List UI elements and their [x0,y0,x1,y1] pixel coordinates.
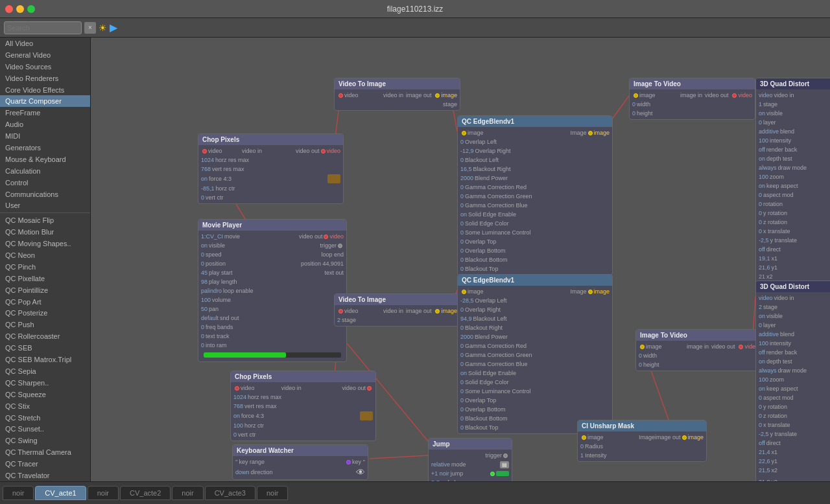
node-video-to-image-1[interactable]: Video To Image video video in image out … [334,78,460,111]
node-row: onkeep aspect [756,384,830,393]
sidebar-item-qc-pixellate[interactable]: QC Pixellate [0,273,90,284]
node-row: additiveblend [756,127,830,136]
sidebar-item-qc-travelator[interactable]: QC Travelator [0,470,90,481]
node-3d-quad-distort-2[interactable]: 3D Quad Distort videovideo in 2stage onv… [755,281,830,481]
port-image-in[interactable] [640,345,645,349]
port-trigger[interactable] [338,244,342,248]
sidebar-item-qc-sepia[interactable]: QC Sepia [0,365,90,377]
port-video-in[interactable] [202,149,207,154]
port-image-out[interactable] [435,309,440,314]
node-qc-edge-blend-1[interactable]: QC EdgeBlendv1 image Image image 0Overla… [457,115,613,275]
sidebar-item-generators[interactable]: Generators [0,142,90,154]
port-video-in[interactable] [235,386,239,391]
sidebar-item-control[interactable]: Control [0,177,90,189]
port-image[interactable] [462,290,466,294]
sidebar-item-video-renderers[interactable]: Video Renderers [0,73,90,84]
sidebar-item-qc-seb[interactable]: QC SEB [0,342,90,354]
sidebar-item-qc-tracer[interactable]: QC Tracer [0,458,90,470]
sidebar-item-qc-swing[interactable]: QC Swing [0,435,90,446]
port-video-out[interactable] [732,93,737,98]
sidebar-item-qc-posterize[interactable]: QC Posterize [0,307,90,319]
sidebar-item-video-sources[interactable]: Video Sources [0,61,90,73]
node-movie-player[interactable]: Movie Player 1:CV_CI movie video out vid… [198,219,347,362]
node-image-to-video-2[interactable]: Image To Video image image in video out … [635,329,762,371]
sidebar-item-all-video[interactable]: All Video [0,38,90,49]
port-image[interactable] [462,131,466,135]
node-row: 0freq bands [198,323,346,332]
port-image-out[interactable] [682,435,687,440]
sidebar-item-mouse-keyboard[interactable]: Mouse & Keyboard [0,154,90,165]
sidebar-item-calculation[interactable]: Calculation [0,165,90,177]
sidebar-item-core-video-effects[interactable]: Core Video Effects [0,84,90,96]
node-header: Video To Image [335,294,460,305]
tab-cv-acte1[interactable]: CV_acte1 [35,486,86,500]
sidebar-item-qc-seb-matrox[interactable]: QC SEB Matrox.Tripl [0,354,90,365]
sidebar-item-freeframe[interactable]: FreeFrame [0,107,90,119]
sidebar-item-qc-motion-blur[interactable]: QC Motion Blur [0,226,90,238]
tab-noir-1[interactable]: noir [3,486,34,500]
play-icon[interactable]: ▶ [110,21,117,34]
sidebar-item-qc-moving-shapes[interactable]: QC Moving Shapes.. [0,238,90,249]
node-qc-edge-blend-2[interactable]: QC EdgeBlendv1 image Image image -28,5Ov… [457,274,613,434]
port-trigger[interactable] [503,453,508,458]
sidebar-item-qc-rollercoaster[interactable]: QC Rollercoaster [0,330,90,342]
search-input[interactable] [4,21,82,34]
sidebar-item-qc-push[interactable]: QC Push [0,319,90,330]
sidebar-item-qc-stix[interactable]: QC Stix [0,400,90,412]
node-row: 0x translate [756,227,830,236]
node-row: 0Gamma Correction Blue [458,201,612,210]
tab-noir-3[interactable]: noir [172,486,203,500]
minimize-button[interactable] [16,5,24,13]
port-key[interactable] [346,460,351,464]
tab-cv-acte3[interactable]: CV_acte3 [205,486,255,500]
port-video-out[interactable] [324,235,328,239]
port-jump[interactable] [490,472,495,476]
node-canvas[interactable]: Video To Image video video in image out … [91,38,830,481]
port-video-in[interactable] [338,93,343,98]
sidebar-item-user[interactable]: User [0,200,90,211]
port-video-in[interactable] [338,309,343,314]
sidebar-item-quartz-composer[interactable]: Quartz Composer [0,95,90,107]
node-ci-unsharp-mask[interactable]: CI Unsharp Mask image Image image out im… [577,420,707,462]
tab-cv-acte2[interactable]: CV_acte2 [120,486,171,500]
sidebar-item-qc-sharpen[interactable]: QC Sharpen.. [0,377,90,389]
node-jump[interactable]: Jump trigger relative mode ▤ +1 noir jum… [428,438,512,481]
node-keyboard-watcher[interactable]: Keyboard Watcher '' key range key '' dow… [232,444,368,480]
port-video-out[interactable] [739,345,743,349]
port-out[interactable] [588,290,593,294]
port-image-out[interactable] [435,93,440,98]
sidebar-item-qc-sunset[interactable]: QC Sunset.. [0,423,90,435]
sidebar-item-qc-mosaic-flip[interactable]: QC Mosaic Flip [0,214,90,226]
window-controls[interactable] [5,5,35,13]
sidebar-item-qc-thermal-camera[interactable]: QC Thermal Camera [0,446,90,458]
sidebar-item-qc-neon[interactable]: QC Neon [0,249,90,261]
node-chop-pixels-2[interactable]: Chop Pixels video video in video out 102… [230,371,376,441]
node-chop-pixels-1[interactable]: Chop Pixels video video in video out vid… [198,133,344,204]
maximize-button[interactable] [27,5,35,13]
sidebar-item-qc-pop-art[interactable]: QC Pop Art [0,296,90,308]
port-image-in[interactable] [634,93,638,98]
sidebar-item-general-video[interactable]: General Video [0,49,90,61]
sidebar-item-qc-pointillize[interactable]: QC Pointillize [0,284,90,296]
node-row: image Image image [458,128,612,137]
port-video-out[interactable] [367,386,372,391]
port-image-in[interactable] [582,435,586,440]
tab-noir-4[interactable]: noir [257,486,288,500]
node-row: 0Gamma Correction Red [458,341,612,350]
port-video-out[interactable] [321,149,326,154]
add-icon[interactable]: ☀ [99,23,107,33]
port-out[interactable] [588,131,593,135]
sidebar-item-midi[interactable]: MIDI [0,130,90,142]
sidebar-item-qc-pinch[interactable]: QC Pinch [0,261,90,273]
sidebar-item-qc-squeeze[interactable]: QC Squeeze [0,389,90,400]
node-video-to-image-2[interactable]: Video To Image video video in image out … [334,293,460,326]
close-button[interactable] [5,5,13,13]
node-header: 3D Quad Distort [756,281,830,292]
sidebar-item-qc-stretch[interactable]: QC Stretch [0,412,90,424]
search-clear-button[interactable]: × [84,22,96,34]
tab-noir-2[interactable]: noir [88,486,119,500]
sidebar-item-audio[interactable]: Audio [0,119,90,130]
mode-button[interactable]: ▤ [500,461,509,468]
node-image-to-video-1[interactable]: Image To Video image image in video out … [629,78,755,120]
sidebar-item-communications[interactable]: Communications [0,189,90,200]
